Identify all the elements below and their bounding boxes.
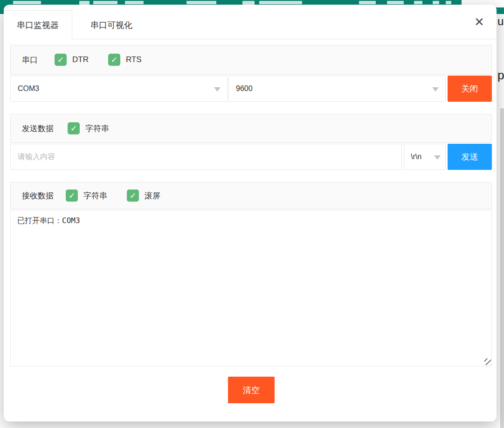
send-string-checkbox-label: 字符串 [85, 123, 109, 134]
background-menu-fragment [13, 1, 41, 4]
clear-button[interactable]: 清空 [228, 377, 275, 403]
textarea-resize-handle[interactable] [484, 358, 491, 365]
receive-string-checkbox[interactable]: ✓ [66, 189, 78, 202]
baudrate-select[interactable]: 9600 [228, 76, 446, 102]
send-string-checkbox[interactable]: ✓ [68, 122, 80, 134]
background-menu-fragment [414, 1, 422, 4]
checkmark-icon: ✓ [130, 192, 136, 200]
background-menu-fragment [259, 1, 302, 4]
checkmark-icon: ✓ [111, 56, 117, 64]
background-menu-fragment [446, 1, 451, 4]
tab-serial-visualization-label: 串口可视化 [90, 20, 132, 31]
background-code-text-fragment: u [497, 15, 504, 28]
chevron-down-icon [214, 87, 221, 91]
checkmark-icon: ✓ [70, 125, 77, 133]
dtr-checkbox[interactable]: ✓ [55, 54, 67, 66]
background-menu-fragment [125, 1, 144, 4]
serial-monitor-dialog: 串口监视器 串口可视化 ✕ 串口 ✓ DTR ✓ RTS COM3 9600 关… [4, 5, 497, 421]
background-menu-fragment [387, 1, 404, 4]
checkmark-icon: ✓ [57, 56, 64, 64]
autoscroll-checkbox-label: 滚屏 [145, 190, 160, 201]
received-data-output[interactable]: 已打开串口：COM3 [10, 210, 492, 366]
background-menu-fragment [93, 1, 117, 4]
receive-section-title: 接收数据 [22, 190, 54, 201]
received-line-value: COM3 [62, 216, 80, 225]
close-icon[interactable]: ✕ [472, 15, 486, 29]
tab-serial-visualization[interactable]: 串口可视化 [83, 10, 140, 40]
checkmark-icon: ✓ [69, 192, 75, 200]
port-select-value: COM3 [18, 84, 39, 93]
background-code-text-fragment: p [497, 68, 504, 83]
chevron-down-icon [432, 87, 439, 91]
received-line-prefix: 已打开串口： [17, 216, 62, 225]
background-menu-fragment [186, 1, 216, 4]
serial-section-title: 串口 [22, 55, 38, 65]
dtr-checkbox-label: DTR [72, 55, 89, 64]
port-select[interactable]: COM3 [10, 76, 228, 102]
send-button[interactable]: 发送 [448, 144, 492, 170]
rts-checkbox[interactable]: ✓ [108, 54, 120, 66]
rts-checkbox-label: RTS [126, 55, 142, 64]
close-port-button[interactable]: 关闭 [448, 76, 492, 102]
tab-serial-monitor[interactable]: 串口监视器 [4, 10, 72, 40]
receive-section-header: 接收数据 ✓ 字符串 ✓ 滚屏 [10, 182, 492, 209]
background-menu-fragment [433, 1, 439, 4]
serial-section-header: 串口 ✓ DTR ✓ RTS [10, 45, 492, 75]
baudrate-select-value: 9600 [236, 84, 253, 93]
chevron-down-icon [434, 155, 441, 160]
send-section-header: 发送数据 ✓ 字符串 [10, 114, 492, 143]
tab-serial-monitor-label: 串口监视器 [17, 20, 59, 31]
receive-string-checkbox-label: 字符串 [83, 190, 107, 201]
newline-select-value: \r\n [411, 153, 421, 161]
newline-select[interactable]: \r\n [404, 144, 446, 170]
autoscroll-checkbox[interactable]: ✓ [127, 189, 139, 202]
send-section-title: 发送数据 [22, 123, 54, 134]
background-page-scrollbar[interactable] [500, 108, 504, 428]
dialog-tabbar: 串口监视器 串口可视化 ✕ [4, 5, 497, 39]
send-content-input[interactable] [10, 144, 402, 170]
background-menu-fragment [359, 1, 376, 4]
